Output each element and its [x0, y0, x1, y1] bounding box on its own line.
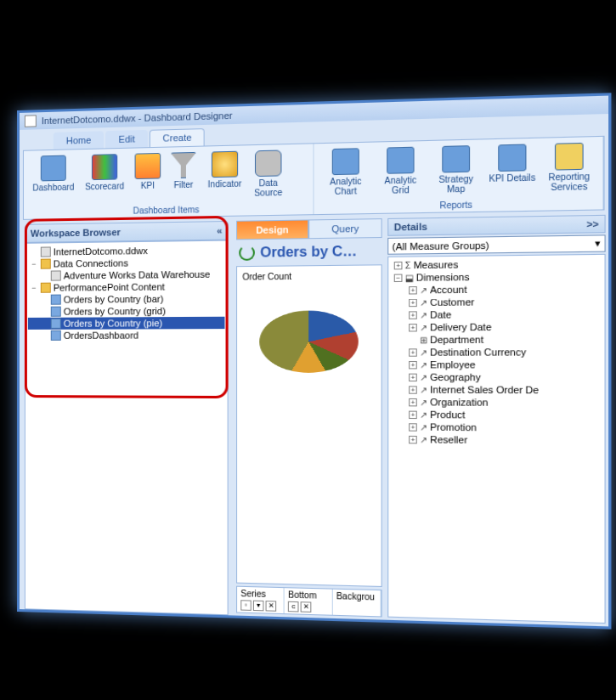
expander-icon[interactable]: +	[409, 398, 417, 405]
details-item-label: Customer	[430, 296, 474, 308]
tree-item-label: Orders by Country (grid)	[64, 306, 166, 317]
dimension-icon: ↗	[420, 397, 427, 407]
details-item-label: Account	[430, 284, 466, 295]
expander-icon[interactable]: +	[409, 323, 417, 330]
tab-edit[interactable]: Edit	[105, 130, 148, 149]
folder-icon	[41, 283, 51, 293]
bottom-delete-icon[interactable]: ✕	[301, 601, 312, 612]
expander-icon[interactable]: +	[409, 360, 417, 368]
tree-row[interactable]: Orders by Country (grid)	[28, 304, 225, 318]
details-row[interactable]: +↗Date	[390, 308, 602, 321]
expander-icon[interactable]: +	[409, 373, 417, 381]
expander-icon[interactable]: +	[394, 261, 403, 269]
document-title: Orders by C…	[260, 244, 357, 261]
dimension-icon: ↗	[420, 359, 427, 370]
series-section[interactable]: Series ▫ ▾ ✕	[237, 587, 285, 613]
expander-icon[interactable]: −	[30, 284, 38, 292]
ribbon-scorecard[interactable]: Scorecard	[80, 152, 130, 206]
details-row[interactable]: +↗Product	[390, 408, 602, 421]
details-row[interactable]: ⊞Department	[390, 333, 602, 346]
ribbon-kpi-details[interactable]: KPI Details	[485, 142, 540, 198]
chevron-down-icon: ▾	[595, 238, 601, 250]
details-expand-icon[interactable]: >>	[586, 218, 599, 229]
series-dropdown-icon[interactable]: ▾	[253, 601, 264, 612]
series-delete-icon[interactable]: ✕	[266, 601, 277, 612]
chart-preview: Order Count	[236, 264, 382, 587]
chart-icon	[51, 319, 61, 329]
ribbon-analytic-grid[interactable]: Analytic Grid	[374, 144, 427, 200]
expander-icon[interactable]: +	[409, 298, 417, 306]
tree-row[interactable]: OrdersDashbaord	[28, 329, 225, 342]
expander-icon[interactable]: +	[409, 348, 417, 356]
details-row[interactable]: +↗Organization	[390, 396, 602, 409]
details-item-label: Date	[430, 309, 451, 320]
series-label: Series	[240, 589, 280, 600]
app-window: InternetDotcomo.ddwx - Dashboard Designe…	[17, 93, 611, 629]
expander-icon[interactable]: +	[409, 435, 417, 443]
dimension-icon: ↗	[420, 372, 427, 382]
ribbon-analytic-chart[interactable]: Analytic Chart	[319, 146, 372, 201]
details-item-label: Delivery Date	[430, 322, 491, 333]
folder-icon	[41, 259, 51, 269]
ribbon-kpi[interactable]: KPI	[131, 151, 164, 205]
tree-row[interactable]: Orders by Country (bar)	[28, 292, 225, 306]
details-row[interactable]: +↗Geography	[390, 370, 602, 383]
ribbon-filter[interactable]: Filter	[166, 150, 201, 204]
details-row[interactable]: +↗Delivery Date	[390, 320, 602, 334]
details-row[interactable]: +↗Customer	[390, 295, 602, 308]
expander-icon[interactable]: +	[409, 423, 417, 431]
dimension-icon: ↗	[420, 434, 427, 444]
background-section[interactable]: Backgrou	[332, 590, 381, 617]
series-config-icon[interactable]: ▫	[240, 600, 251, 611]
refresh-icon[interactable]	[239, 245, 255, 261]
expander-icon[interactable]: −	[30, 260, 38, 268]
tab-create[interactable]: Create	[150, 128, 205, 147]
filter-icon	[170, 152, 196, 178]
measure-group-combo[interactable]: (All Measure Groups) ▾	[387, 234, 605, 254]
workspace-browser-title: Workspace Browser	[31, 227, 121, 239]
editor-panel: Design Query Orders by C… Order Count Se…	[234, 216, 385, 620]
background-label: Backgrou	[336, 591, 376, 602]
dimension-icon: ↗	[420, 297, 427, 308]
ribbon-strategy-map[interactable]: Strategy Map	[429, 144, 483, 200]
workspace-browser-header[interactable]: Workspace Browser «	[25, 221, 229, 243]
dimension-icon: ⊞	[420, 335, 427, 345]
ribbon-dashboard[interactable]: Dashboard	[29, 153, 78, 206]
ribbon-group-reports: Analytic Chart Analytic Grid Strategy Ma…	[314, 137, 604, 214]
tab-design[interactable]: Design	[236, 219, 308, 240]
expander-icon[interactable]: +	[409, 286, 417, 294]
expander-icon[interactable]: +	[409, 410, 417, 418]
tree-row[interactable]: Orders by Country (pie)	[28, 317, 225, 330]
tree-item-label: OrdersDashbaord	[64, 330, 138, 340]
details-header[interactable]: Details >>	[387, 215, 605, 236]
expander-icon[interactable]: −	[394, 274, 403, 281]
strategy-map-icon	[442, 145, 470, 172]
bottom-section[interactable]: Bottom c ✕	[285, 588, 333, 615]
collapse-icon[interactable]: «	[217, 225, 222, 235]
tree-item-label: Orders by Country (bar)	[64, 294, 164, 305]
analytic-grid-icon	[387, 147, 414, 174]
ribbon-indicator[interactable]: Indicator	[203, 149, 247, 203]
tree-item-label: Data Connections	[54, 257, 128, 268]
tree-item-label: Orders by Country (pie)	[64, 318, 162, 329]
expander-icon[interactable]: +	[409, 311, 417, 319]
tab-home[interactable]: Home	[54, 131, 105, 150]
pie-chart	[259, 310, 359, 373]
editor-tabs: Design Query	[236, 218, 382, 240]
details-tree[interactable]: +ΣMeasures−⬓Dimensions+↗Account+↗Custome…	[387, 254, 605, 624]
expander-icon[interactable]: +	[409, 386, 417, 393]
details-item-label: Measures	[414, 259, 459, 270]
bottom-refresh-icon[interactable]: c	[288, 601, 299, 612]
tree-item-label: PerformancePoint Content	[54, 281, 165, 292]
database-icon	[255, 150, 281, 177]
ribbon-data-source[interactable]: Data Source	[249, 148, 288, 202]
details-row[interactable]: +↗Internet Sales Order De	[390, 383, 602, 397]
details-row[interactable]: +↗Employee	[390, 358, 602, 371]
details-item-label: Destination Currency	[430, 347, 526, 358]
details-row[interactable]: +↗Destination Currency	[390, 346, 602, 358]
details-row[interactable]: +↗Reseller	[390, 433, 602, 448]
kpi-icon	[135, 153, 161, 179]
tab-query[interactable]: Query	[308, 218, 382, 239]
workspace-tree[interactable]: InternetDotcomo.ddwx−Data ConnectionsAdv…	[25, 240, 229, 616]
ribbon-reporting-services[interactable]: Reporting Services	[541, 140, 596, 196]
